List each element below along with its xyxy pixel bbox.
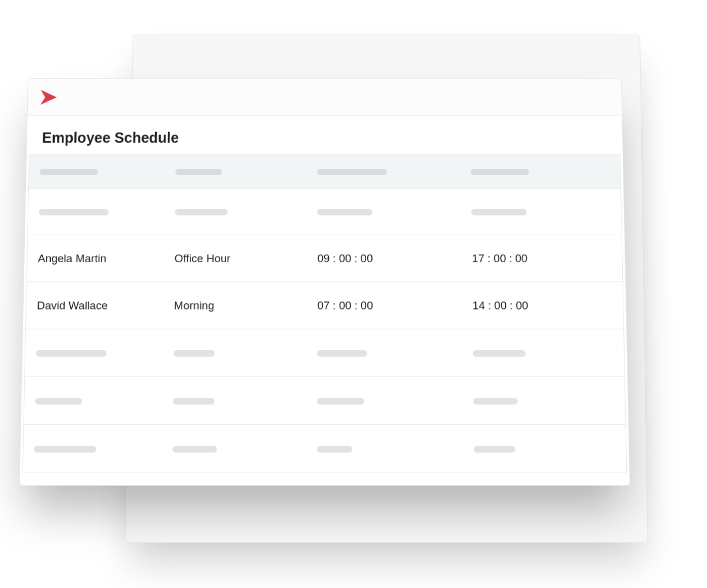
table-row — [22, 425, 627, 473]
page-title: Employee Schedule — [27, 116, 623, 154]
table-row — [24, 376, 626, 424]
cell-placeholder — [22, 425, 162, 473]
cell-placeholder — [161, 425, 306, 473]
employee-shift: Office Hour — [164, 235, 307, 281]
cell-placeholder — [462, 376, 626, 424]
cell-placeholder — [307, 376, 463, 424]
cell-placeholder — [24, 376, 163, 424]
start-time: 07 : 00 : 00 — [307, 282, 462, 329]
employee-shift: Morning — [163, 282, 307, 329]
table-row — [25, 329, 625, 377]
table-row: Angela Martin Office Hour 09 : 00 : 00 1… — [27, 235, 623, 281]
table-header-cell — [461, 154, 621, 188]
employee-name: David Wallace — [25, 282, 163, 329]
cell-placeholder — [25, 329, 163, 377]
chevron-right-icon — [39, 88, 61, 105]
end-time: 17 : 00 : 00 — [461, 235, 623, 281]
cell-placeholder — [164, 189, 307, 235]
employee-name: Angela Martin — [27, 235, 164, 281]
cell-placeholder — [307, 189, 461, 235]
cell-placeholder — [28, 189, 165, 235]
table-header-cell — [165, 154, 307, 188]
end-time: 14 : 00 : 00 — [462, 282, 624, 329]
table-row — [28, 189, 622, 235]
start-time: 09 : 00 : 00 — [307, 235, 462, 281]
cell-placeholder — [307, 425, 464, 473]
table-header-row — [29, 154, 621, 188]
schedule-card: Employee Schedule Angela Martin Office H — [19, 78, 630, 486]
cell-placeholder — [307, 329, 463, 377]
cell-placeholder — [462, 329, 625, 377]
cell-placeholder — [162, 376, 307, 424]
schedule-table: Angela Martin Office Hour 09 : 00 : 00 1… — [22, 154, 627, 473]
table-header-cell — [29, 154, 166, 188]
table-header-cell — [307, 154, 461, 188]
cell-placeholder — [463, 425, 627, 473]
cell-placeholder — [461, 189, 622, 235]
cell-placeholder — [163, 329, 307, 377]
table-row: David Wallace Morning 07 : 00 : 00 14 : … — [25, 282, 623, 329]
top-bar — [28, 79, 622, 116]
